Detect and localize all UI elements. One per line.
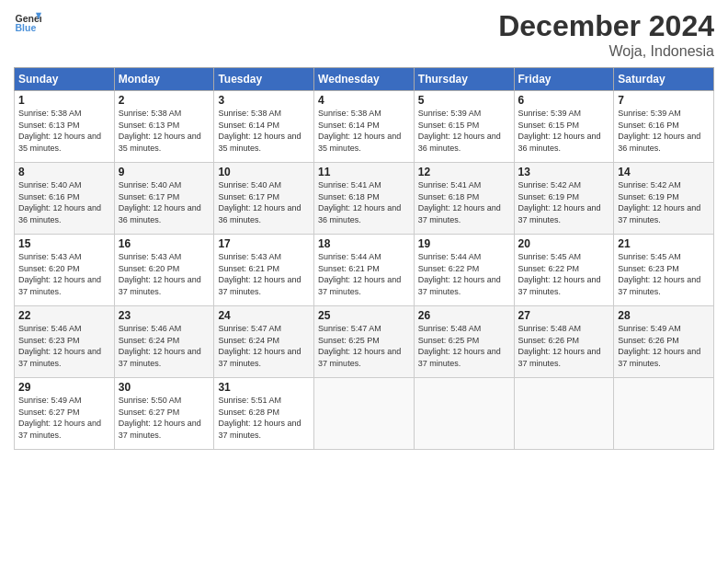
day-info: Sunrise: 5:38 AM Sunset: 6:13 PM Dayligh… — [18, 108, 110, 154]
day-number: 23 — [119, 309, 210, 322]
daylight-label: Daylight: 12 hours and 37 minutes. — [318, 275, 401, 296]
day-number: 31 — [218, 381, 310, 394]
day-info: Sunrise: 5:38 AM Sunset: 6:14 PM Dayligh… — [218, 108, 310, 154]
col-sunday: Sunday — [15, 68, 115, 91]
calendar-container: General Blue December 2024 Woja, Indones… — [0, 0, 728, 563]
sunset-label: Sunset: 6:21 PM — [318, 264, 380, 273]
daylight-label: Daylight: 12 hours and 36 minutes. — [518, 132, 601, 153]
sunrise-label: Sunrise: 5:45 AM — [618, 252, 681, 261]
sunrise-label: Sunrise: 5:40 AM — [18, 180, 82, 190]
day-number: 24 — [218, 309, 310, 322]
sunrise-label: Sunrise: 5:47 AM — [218, 324, 281, 333]
sunset-label: Sunset: 6:27 PM — [119, 408, 180, 417]
sunrise-label: Sunrise: 5:43 AM — [18, 252, 82, 261]
calendar-table: Sunday Monday Tuesday Wednesday Thursday… — [14, 67, 714, 450]
day-info: Sunrise: 5:48 AM Sunset: 6:26 PM Dayligh… — [518, 323, 610, 369]
daylight-label: Daylight: 12 hours and 35 minutes. — [119, 132, 201, 153]
sunset-label: Sunset: 6:20 PM — [119, 264, 180, 273]
day-info: Sunrise: 5:43 AM Sunset: 6:20 PM Dayligh… — [119, 251, 210, 297]
day-info: Sunrise: 5:41 AM Sunset: 6:18 PM Dayligh… — [318, 179, 410, 225]
daylight-label: Daylight: 12 hours and 37 minutes. — [218, 347, 301, 368]
sunrise-label: Sunrise: 5:38 AM — [218, 109, 281, 118]
sunrise-label: Sunrise: 5:46 AM — [18, 324, 82, 333]
calendar-cell: 31 Sunrise: 5:51 AM Sunset: 6:28 PM Dayl… — [214, 378, 314, 450]
sunrise-label: Sunrise: 5:50 AM — [119, 396, 182, 405]
daylight-label: Daylight: 12 hours and 37 minutes. — [119, 275, 201, 296]
day-number: 5 — [418, 94, 510, 107]
sunset-label: Sunset: 6:22 PM — [518, 264, 580, 273]
day-info: Sunrise: 5:46 AM Sunset: 6:23 PM Dayligh… — [18, 323, 110, 369]
sunset-label: Sunset: 6:15 PM — [418, 121, 480, 130]
day-number: 29 — [18, 381, 110, 394]
calendar-week-5: 29 Sunrise: 5:49 AM Sunset: 6:27 PM Dayl… — [15, 378, 714, 450]
day-info: Sunrise: 5:39 AM Sunset: 6:16 PM Dayligh… — [618, 108, 710, 154]
day-number: 26 — [418, 309, 510, 322]
sunset-label: Sunset: 6:14 PM — [218, 121, 279, 130]
daylight-label: Daylight: 12 hours and 35 minutes. — [318, 132, 401, 153]
sunrise-label: Sunrise: 5:43 AM — [218, 252, 281, 261]
header: General Blue December 2024 Woja, Indones… — [14, 9, 714, 60]
day-info: Sunrise: 5:46 AM Sunset: 6:24 PM Dayligh… — [119, 323, 210, 369]
sunset-label: Sunset: 6:23 PM — [618, 264, 679, 273]
daylight-label: Daylight: 12 hours and 36 minutes. — [618, 132, 700, 153]
day-info: Sunrise: 5:42 AM Sunset: 6:19 PM Dayligh… — [618, 179, 710, 225]
sunset-label: Sunset: 6:25 PM — [418, 336, 480, 345]
day-number: 18 — [318, 237, 410, 250]
day-number: 7 — [618, 94, 710, 107]
day-info: Sunrise: 5:42 AM Sunset: 6:19 PM Dayligh… — [518, 179, 610, 225]
daylight-label: Daylight: 12 hours and 37 minutes. — [418, 203, 501, 224]
sunrise-label: Sunrise: 5:41 AM — [318, 180, 381, 190]
day-info: Sunrise: 5:41 AM Sunset: 6:18 PM Dayligh… — [418, 179, 510, 225]
col-thursday: Thursday — [414, 68, 514, 91]
day-info: Sunrise: 5:39 AM Sunset: 6:15 PM Dayligh… — [418, 108, 510, 154]
calendar-cell: 8 Sunrise: 5:40 AM Sunset: 6:16 PM Dayli… — [15, 163, 115, 235]
calendar-week-3: 15 Sunrise: 5:43 AM Sunset: 6:20 PM Dayl… — [15, 235, 714, 306]
day-number: 17 — [218, 237, 310, 250]
sunset-label: Sunset: 6:22 PM — [418, 264, 480, 273]
day-info: Sunrise: 5:50 AM Sunset: 6:27 PM Dayligh… — [119, 395, 210, 441]
calendar-cell: 13 Sunrise: 5:42 AM Sunset: 6:19 PM Dayl… — [514, 163, 614, 235]
calendar-cell: 19 Sunrise: 5:44 AM Sunset: 6:22 PM Dayl… — [414, 235, 514, 306]
calendar-cell — [514, 378, 614, 450]
day-info: Sunrise: 5:40 AM Sunset: 6:16 PM Dayligh… — [18, 179, 110, 225]
calendar-cell: 4 Sunrise: 5:38 AM Sunset: 6:14 PM Dayli… — [314, 91, 415, 163]
day-number: 13 — [518, 166, 610, 178]
calendar-cell: 2 Sunrise: 5:38 AM Sunset: 6:13 PM Dayli… — [114, 91, 214, 163]
calendar-cell: 1 Sunrise: 5:38 AM Sunset: 6:13 PM Dayli… — [15, 91, 115, 163]
calendar-cell: 17 Sunrise: 5:43 AM Sunset: 6:21 PM Dayl… — [214, 235, 314, 306]
day-number: 15 — [18, 237, 110, 250]
sunrise-label: Sunrise: 5:42 AM — [618, 180, 681, 190]
day-number: 11 — [318, 166, 410, 178]
day-number: 22 — [18, 309, 110, 322]
sunrise-label: Sunrise: 5:38 AM — [119, 109, 182, 118]
day-number: 16 — [119, 237, 210, 250]
daylight-label: Daylight: 12 hours and 37 minutes. — [218, 419, 301, 440]
daylight-label: Daylight: 12 hours and 37 minutes. — [18, 275, 101, 296]
calendar-cell: 20 Sunrise: 5:45 AM Sunset: 6:22 PM Dayl… — [514, 235, 614, 306]
daylight-label: Daylight: 12 hours and 37 minutes. — [418, 347, 501, 368]
calendar-cell: 21 Sunrise: 5:45 AM Sunset: 6:23 PM Dayl… — [614, 235, 714, 306]
sunset-label: Sunset: 6:17 PM — [218, 192, 279, 201]
sunrise-label: Sunrise: 5:48 AM — [518, 324, 582, 333]
day-info: Sunrise: 5:47 AM Sunset: 6:25 PM Dayligh… — [318, 323, 410, 369]
sunrise-label: Sunrise: 5:40 AM — [119, 180, 182, 190]
daylight-label: Daylight: 12 hours and 37 minutes. — [119, 419, 201, 440]
sunrise-label: Sunrise: 5:38 AM — [18, 109, 82, 118]
sunset-label: Sunset: 6:15 PM — [518, 121, 580, 130]
sunrise-label: Sunrise: 5:44 AM — [318, 252, 381, 261]
day-info: Sunrise: 5:40 AM Sunset: 6:17 PM Dayligh… — [218, 179, 310, 225]
calendar-cell: 14 Sunrise: 5:42 AM Sunset: 6:19 PM Dayl… — [614, 163, 714, 235]
day-info: Sunrise: 5:44 AM Sunset: 6:22 PM Dayligh… — [418, 251, 510, 297]
sunset-label: Sunset: 6:24 PM — [218, 336, 279, 345]
sunset-label: Sunset: 6:13 PM — [119, 121, 180, 130]
day-number: 4 — [318, 94, 410, 107]
calendar-cell: 24 Sunrise: 5:47 AM Sunset: 6:24 PM Dayl… — [214, 306, 314, 378]
sunrise-label: Sunrise: 5:49 AM — [618, 324, 681, 333]
sunset-label: Sunset: 6:18 PM — [418, 192, 480, 201]
daylight-label: Daylight: 12 hours and 37 minutes. — [18, 419, 101, 440]
sunrise-label: Sunrise: 5:41 AM — [418, 180, 482, 190]
sunset-label: Sunset: 6:18 PM — [318, 192, 380, 201]
sunrise-label: Sunrise: 5:48 AM — [418, 324, 482, 333]
sunrise-label: Sunrise: 5:42 AM — [518, 180, 582, 190]
col-tuesday: Tuesday — [214, 68, 314, 91]
